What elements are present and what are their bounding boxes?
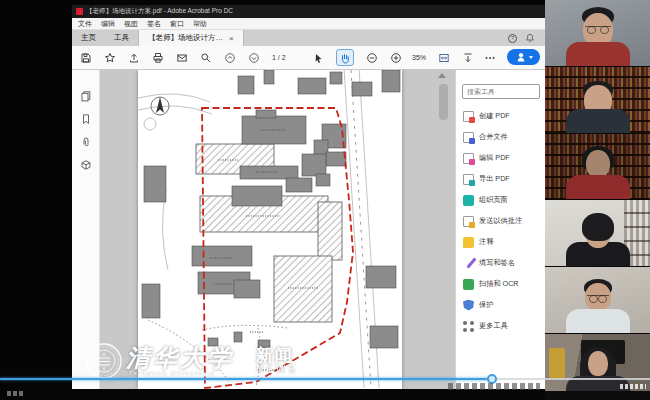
participant-video-5[interactable] [545, 267, 650, 334]
chevron-down-icon [529, 56, 533, 59]
title-bar: 【老师】场地设计方案.pdf - Adobe Acrobat Pro DC [72, 5, 545, 18]
participant-strip [545, 0, 650, 400]
overflow-icon[interactable] [484, 52, 496, 64]
organize-pages-icon [463, 195, 474, 206]
participant-video-4[interactable] [545, 200, 650, 267]
avatar [545, 267, 650, 333]
tool-scan-ocr[interactable]: 扫描和 OCR [463, 276, 543, 292]
tab-document[interactable]: 【老师】场地设计方… × [138, 30, 244, 46]
watermark-divider [245, 348, 246, 376]
tool-export-pdf[interactable]: 导出 PDF [463, 171, 543, 187]
tools-search-input[interactable]: 搜索工具 [462, 84, 540, 99]
attachments-icon[interactable] [80, 134, 92, 146]
select-tool-icon[interactable] [312, 52, 324, 64]
video-frame: 【老师】场地设计方案.pdf - Adobe Acrobat Pro DC 文件… [0, 0, 650, 400]
tool-comment[interactable]: 注释 [463, 234, 543, 250]
progress-fill [0, 378, 492, 380]
tool-combine-files[interactable]: 合并文件 [463, 129, 543, 145]
more-tools-icon [463, 321, 474, 332]
menu-window[interactable]: 窗口 [170, 19, 184, 29]
zoom-out-icon[interactable] [366, 52, 378, 64]
scan-ocr-icon [463, 279, 474, 290]
page-down-icon[interactable] [248, 52, 260, 64]
participant-video-6[interactable] [545, 334, 650, 400]
comment-icon [463, 237, 474, 248]
tool-protect[interactable]: 保护 [463, 297, 543, 313]
tab-home[interactable]: 主页 [72, 30, 105, 46]
page-indicator[interactable]: 1 / 2 [272, 54, 286, 61]
tool-edit-pdf[interactable]: 编辑 PDF [463, 150, 543, 166]
zoom-level[interactable]: 35% [412, 54, 426, 61]
player-caption [448, 383, 540, 390]
share-upload-icon[interactable] [128, 52, 140, 64]
menu-sign[interactable]: 签名 [147, 19, 161, 29]
avatar [545, 67, 650, 133]
export-pdf-icon [463, 174, 474, 185]
acrobat-window: 【老师】场地设计方案.pdf - Adobe Acrobat Pro DC 文件… [72, 5, 545, 390]
zoom-in-icon[interactable] [390, 52, 402, 64]
tsinghua-seal-icon [84, 340, 124, 382]
video-bottom-bar [545, 391, 650, 400]
fill-sign-icon [463, 258, 474, 269]
tools-panel: 搜索工具 创建 PDF 合并文件 编辑 PDF 导出 PDF 组织页面 发送以供… [455, 70, 545, 390]
bookmarks-icon[interactable] [80, 111, 92, 123]
participant-video-1[interactable] [545, 0, 650, 67]
participant-video-2[interactable] [545, 67, 650, 134]
send-comments-icon [463, 216, 474, 227]
model-tree-icon[interactable] [80, 157, 92, 169]
tab-bar: 主页 工具 【老师】场地设计方… × ? [72, 30, 545, 46]
print-icon[interactable] [152, 52, 164, 64]
avatar [545, 134, 650, 200]
menu-view[interactable]: 视图 [124, 19, 138, 29]
download-icon[interactable] [462, 52, 474, 64]
create-pdf-icon [463, 111, 474, 122]
tool-fill-sign[interactable]: 填写和签名 [463, 255, 543, 271]
scrollbar[interactable] [439, 84, 448, 120]
main-toolbar: 1 / 2 35% [72, 46, 545, 70]
close-tab-icon[interactable]: × [229, 34, 234, 43]
page-up-icon[interactable] [224, 52, 236, 64]
edit-pdf-icon [463, 153, 474, 164]
bell-icon[interactable] [525, 29, 535, 47]
avatar [545, 200, 650, 266]
participant-name-label [620, 384, 646, 389]
corner-label [7, 391, 23, 396]
help-icon[interactable]: ? [508, 34, 517, 43]
avatar [545, 0, 650, 66]
scroll-up-icon[interactable] [438, 73, 446, 78]
protect-icon [463, 300, 474, 311]
tool-organize-pages[interactable]: 组织页面 [463, 192, 543, 208]
player-bottom-bar [0, 389, 545, 400]
page-thumbnails-icon[interactable] [80, 88, 92, 100]
video-progress-bar[interactable] [0, 378, 650, 380]
tool-send-comments[interactable]: 发送以供批注 [463, 213, 543, 229]
fit-width-icon[interactable] [438, 52, 450, 64]
tool-more-tools[interactable]: 更多工具 [463, 318, 543, 334]
menu-bar: 文件 编辑 视图 签名 窗口 帮助 [72, 18, 545, 30]
menu-file[interactable]: 文件 [78, 19, 92, 29]
news-label-en: NEWS [256, 364, 298, 375]
combine-files-icon [463, 132, 474, 143]
star-icon[interactable] [104, 52, 116, 64]
menu-edit[interactable]: 编辑 [101, 19, 115, 29]
acrobat-app-icon [76, 8, 83, 15]
save-icon[interactable] [80, 52, 92, 64]
hand-tool-icon[interactable] [336, 49, 354, 66]
participant-video-3[interactable] [545, 134, 650, 201]
watermark: 清华大学 Tsinghua University 新闻 NEWS [0, 338, 330, 388]
search-icon[interactable] [200, 52, 212, 64]
menu-help[interactable]: 帮助 [193, 19, 207, 29]
tab-tools[interactable]: 工具 [105, 30, 138, 46]
share-button[interactable] [507, 49, 540, 65]
email-icon[interactable] [176, 52, 188, 64]
tool-create-pdf[interactable]: 创建 PDF [463, 108, 543, 124]
university-name-en: Tsinghua University [129, 370, 215, 376]
window-title: 【老师】场地设计方案.pdf - Adobe Acrobat Pro DC [86, 7, 233, 16]
share-person-icon [515, 51, 527, 63]
